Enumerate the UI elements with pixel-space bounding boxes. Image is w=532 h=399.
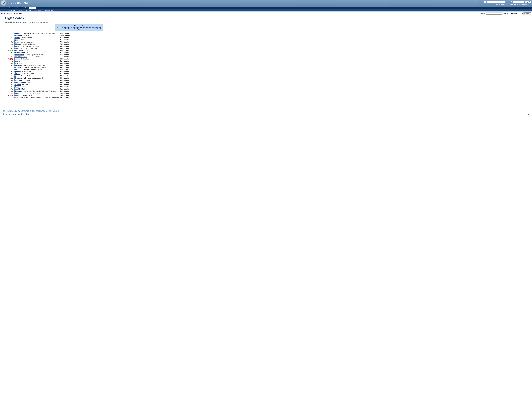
table-row: 29.nyxie - lost in the law of averages29…: [7, 92, 70, 94]
user-link[interactable]: opal1159: [15, 47, 22, 49]
user-icon: [13, 90, 15, 92]
user-tagline: - Arie: [18, 62, 22, 64]
username-input[interactable]: [487, 1, 505, 3]
paginator-page[interactable]: [6]: [70, 27, 72, 29]
paginator-page[interactable]: [3]: [64, 27, 66, 29]
user-link[interactable]: jenett: [15, 75, 19, 77]
breadcrumb-support[interactable]: Support: [7, 13, 12, 14]
paginator-page[interactable]: [2]: [62, 27, 63, 29]
subnav-download[interactable]: Download: [24, 9, 33, 11]
nav-tab-welcome[interactable]: Welcome: [7, 7, 16, 9]
user-tagline: - i'm inland with st. russell sniffing a…: [20, 32, 55, 34]
subnav-paid-accounts[interactable]: Paid Accounts: [43, 9, 54, 11]
paginator-page[interactable]: [16]: [98, 27, 101, 29]
rank-cell: 12.: [7, 56, 13, 58]
user-link[interactable]: thebubba: [15, 64, 23, 66]
language-link[interactable]: Deutsch: [509, 4, 514, 5]
user-link[interactable]: bluemoonshark: [15, 94, 27, 96]
user-icon: [13, 35, 15, 36]
user-icon: [13, 54, 15, 56]
password-input[interactable]: [513, 1, 524, 3]
breadcrumb: Home : Support : High Scores: [1, 13, 22, 14]
table-row: 1.rahaeli - i'm inland with st. russell …: [7, 32, 70, 35]
subnav-site-news[interactable]: Site News: [33, 9, 43, 11]
paginator-page[interactable]: [12]: [86, 27, 88, 29]
nav-tab-search[interactable]: Search: [16, 7, 23, 9]
user-icon: [13, 32, 15, 34]
page-title: High Scores: [5, 16, 527, 20]
language-link[interactable]: English: [496, 4, 501, 5]
user-link[interactable]: markf: [15, 45, 19, 47]
paginator-page[interactable]: [11]: [83, 27, 85, 29]
user-link[interactable]: sherm: [15, 37, 20, 39]
paginator-prev[interactable]: <<: [57, 27, 58, 29]
user-link[interactable]: asciident: [15, 35, 22, 37]
user-link[interactable]: gooner: [15, 71, 21, 73]
user-link[interactable]: arie: [15, 62, 18, 64]
user-link[interactable]: leora: [15, 86, 19, 88]
paginator-page[interactable]: [15]: [95, 27, 97, 29]
paginator-next[interactable]: >>: [78, 29, 80, 31]
user-link[interactable]: dakus: [15, 58, 20, 60]
table-row: 4.jillw - Jillian8152 points: [7, 39, 70, 41]
rank-cell: 17.: [7, 66, 13, 69]
user-link[interactable]: elfbabe: [15, 84, 21, 86]
user-icon: [13, 60, 15, 62]
login-button[interactable]: Login?: [525, 1, 531, 3]
user-link[interactable]: coffeechica: [15, 54, 24, 56]
breadcrumb-home[interactable]: Home: [1, 13, 5, 14]
user-link[interactable]: mark3: [15, 88, 20, 90]
language-link[interactable]: Русский: [522, 4, 527, 5]
user-link[interactable]: kamara: [15, 50, 21, 51]
user-tagline: - i'm not ready yet.: [19, 41, 33, 43]
user-tagline: - Life is a Highway: [22, 43, 35, 45]
user-link[interactable]: acerbic: [15, 96, 21, 98]
rank-cell: 29.: [7, 92, 13, 94]
category-select[interactable]: Username: [510, 12, 524, 15]
user-link[interactable]: xtremesaints: [15, 52, 25, 53]
user-icon: [13, 66, 15, 68]
language-more[interactable]: →: [529, 4, 531, 5]
search-label: Search:: [480, 13, 485, 14]
user-icon: [13, 92, 15, 94]
points-cell: 5272 points: [60, 58, 70, 60]
user-link[interactable]: nyxie: [15, 92, 19, 94]
paginator-page[interactable]: [13]: [89, 27, 91, 29]
user-link[interactable]: malerin: [15, 69, 21, 70]
user-link[interactable]: emmavescence: [15, 56, 27, 58]
username-label: Username:: [476, 1, 483, 3]
user-link[interactable]: rahaeli: [15, 32, 20, 34]
search-input[interactable]: [486, 12, 502, 15]
search-button[interactable]: Search: [524, 13, 531, 14]
user-link[interactable]: highway: [15, 43, 22, 45]
user-link[interactable]: smileloki: [15, 79, 22, 81]
paginator-page[interactable]: [9]: [77, 27, 79, 29]
user-link[interactable]: liliaceous: [15, 77, 23, 79]
nav-tab-help[interactable]: Help: [23, 7, 29, 9]
user-link[interactable]: mullenkamp: [15, 82, 25, 83]
site-header: LiVEJOURNAL™ Username: Password: Login? …: [0, 0, 532, 7]
points-cell: 7287 points: [60, 43, 70, 45]
paginator-page[interactable]: [4]: [66, 27, 68, 29]
paginator-page[interactable]: [7]: [73, 27, 75, 29]
language-link[interactable]: Español: [502, 4, 507, 5]
user-link[interactable]: rho: [15, 60, 18, 62]
paginator-page[interactable]: [8]: [75, 27, 77, 29]
rank-cell: 31.: [7, 96, 13, 99]
subnav-press[interactable]: Press: [18, 9, 24, 11]
user-link[interactable]: erinn: [15, 41, 19, 43]
user-tagline: - ¤ // doot.: [21, 50, 29, 51]
user-link[interactable]: fweebles: [15, 90, 22, 92]
language-link[interactable]: Français: [515, 4, 520, 5]
user-link[interactable]: solcita: [15, 73, 20, 75]
nav-tab-about[interactable]: About: [29, 7, 36, 9]
paginator-page[interactable]: [14]: [92, 27, 95, 29]
user-link[interactable]: isabeau: [15, 66, 21, 68]
table-row: 20.solcita - shines like silver3648 poin…: [7, 73, 70, 75]
paginator-page[interactable]: [10]: [80, 27, 82, 29]
paginator-page[interactable]: [5]: [68, 27, 70, 29]
user-link[interactable]: jillw: [15, 39, 18, 41]
table-row: 3.sherm - Mike Sherman9508 points: [7, 37, 70, 39]
subnav-general-info[interactable]: General Info: [7, 9, 18, 11]
site-logo[interactable]: LiVEJOURNAL™: [1, 0, 32, 6]
